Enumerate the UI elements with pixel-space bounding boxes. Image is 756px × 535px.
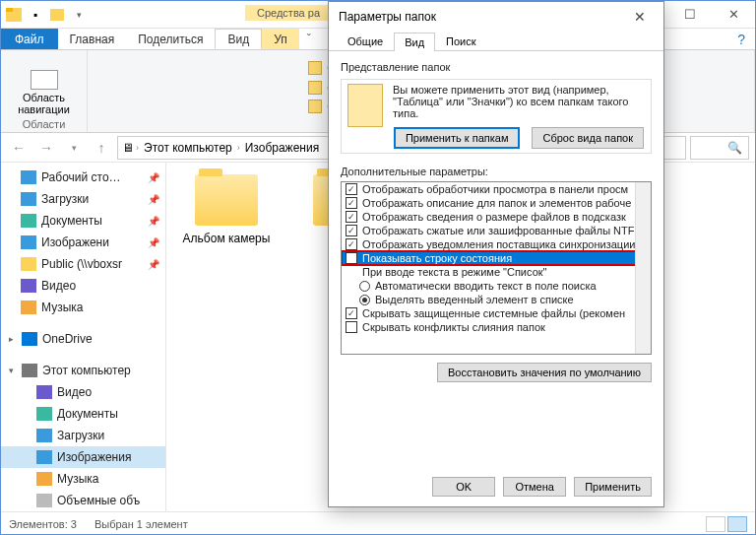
tree-item[interactable]: Документы📌 — [1, 210, 165, 232]
tree-item-icon — [36, 385, 52, 399]
checkbox[interactable]: ✓ — [346, 197, 357, 209]
maximize-button[interactable]: ☐ — [668, 1, 712, 29]
apply-to-folders-button[interactable]: Применить к папкам — [394, 127, 521, 149]
tree-item-icon — [36, 450, 52, 464]
tree-item[interactable]: Загрузки — [1, 425, 165, 446]
tree-item[interactable]: Рабочий сто…📌 — [1, 167, 165, 188]
tree-item-icon — [21, 192, 36, 206]
tree-item[interactable]: Музыка — [1, 468, 165, 490]
details-view-button[interactable] — [706, 516, 725, 532]
advanced-settings-title: Дополнительные параметры: — [341, 166, 652, 177]
tree-item-label: Изображени — [41, 235, 109, 249]
tree-item[interactable]: ▸OneDrive — [1, 328, 165, 350]
tree-item[interactable]: Загрузки📌 — [1, 188, 165, 210]
folder-views-text: Вы можете применить этот вид (например, … — [393, 84, 645, 119]
folder-views-group: Вы можете применить этот вид (например, … — [341, 79, 652, 154]
dialog-tab-view[interactable]: Вид — [394, 33, 435, 51]
tree-item[interactable]: Документы — [1, 403, 165, 425]
folder-label: Альбом камеры — [183, 232, 271, 245]
chevron-right-icon: › — [136, 143, 139, 153]
radio[interactable] — [359, 281, 370, 292]
checkbox[interactable]: ✓ — [346, 183, 357, 195]
advanced-setting-row[interactable]: ✓Отображать обработчики просмотра в пане… — [342, 182, 651, 196]
status-item-count: Элементов: 3 — [9, 518, 77, 530]
tree-item[interactable]: Объемные объ — [1, 490, 165, 511]
dialog-tab-search[interactable]: Поиск — [435, 32, 486, 50]
tree-item-label: Загрузки — [57, 429, 104, 442]
advanced-setting-row[interactable]: ✓Отображать описание для папок и элемент… — [342, 196, 651, 210]
tree-item-icon — [36, 407, 52, 421]
tree-item[interactable]: Изображения — [1, 446, 165, 468]
reset-folders-button[interactable]: Сброс вида папок — [532, 127, 644, 149]
cancel-button[interactable]: Отмена — [503, 477, 566, 497]
tree-item[interactable]: Public (\\vboxsr📌 — [1, 253, 165, 275]
layout-icon — [308, 100, 322, 113]
recent-dropdown[interactable]: ▾ — [62, 136, 86, 160]
tree-item[interactable]: Изображени📌 — [1, 232, 165, 253]
tab-file[interactable]: Файл — [1, 29, 58, 49]
advanced-setting-row[interactable]: При вводе текста в режиме "Список" — [342, 265, 651, 279]
forward-button[interactable]: → — [34, 136, 58, 160]
checkbox[interactable]: ✓ — [346, 238, 357, 250]
advanced-setting-row[interactable]: ✓Скрывать защищенные системные файлы (ре… — [342, 306, 651, 320]
checkbox[interactable] — [346, 321, 357, 333]
advanced-setting-row[interactable]: Выделять введенный элемент в списке — [342, 293, 651, 306]
back-button[interactable]: ← — [7, 136, 31, 160]
qat-properties-icon[interactable]: ▪ — [27, 6, 44, 24]
tree-item-label: Музыка — [57, 472, 98, 486]
chevron-icon[interactable]: ▾ — [9, 366, 17, 375]
advanced-settings-list[interactable]: ✓Отображать обработчики просмотра в пане… — [341, 181, 652, 355]
folder-item[interactable]: Альбом камеры — [182, 174, 271, 245]
tree-item-icon — [21, 279, 36, 293]
layout-icon — [308, 61, 322, 75]
checkbox[interactable]: ✓ — [346, 307, 357, 319]
dialog-close-button[interactable]: ✕ — [626, 9, 654, 25]
search-input[interactable]: 🔍 — [690, 136, 749, 160]
advanced-setting-row[interactable]: ✓Отображать уведомления поставщика синхр… — [342, 237, 651, 251]
qat-new-folder-icon[interactable] — [48, 6, 66, 24]
advanced-setting-row[interactable]: ✓Отображать сжатые или зашифрованные фай… — [342, 224, 651, 237]
tab-share[interactable]: Поделиться — [126, 29, 215, 49]
advanced-setting-row[interactable]: Показывать строку состояния — [342, 251, 651, 265]
help-icon[interactable]: ? — [727, 29, 755, 49]
radio[interactable] — [359, 295, 370, 305]
tree-item[interactable]: Видео — [1, 275, 165, 297]
navigation-tree: Рабочий сто…📌Загрузки📌Документы📌Изображе… — [1, 163, 166, 511]
tree-item[interactable]: Видео — [1, 381, 165, 403]
restore-defaults-button[interactable]: Восстановить значения по умолчанию — [437, 363, 652, 382]
apply-button[interactable]: Применить — [574, 477, 652, 497]
navigation-pane-button[interactable]: Область навигации — [9, 70, 79, 115]
advanced-setting-row[interactable]: Скрывать конфликты слияния папок — [342, 320, 651, 334]
setting-label: Отображать описание для папок и элементо… — [362, 197, 631, 209]
dialog-footer: OK Отмена Применить — [329, 467, 663, 506]
advanced-setting-row[interactable]: ✓Отображать сведения о размере файлов в … — [342, 210, 651, 224]
tab-view[interactable]: Вид — [215, 29, 262, 49]
close-button[interactable]: ✕ — [712, 1, 755, 29]
chevron-icon[interactable]: ▸ — [9, 334, 17, 344]
scrollbar[interactable] — [635, 182, 651, 354]
tree-item-label: Видео — [41, 279, 76, 293]
tree-item-label: Объемные объ — [57, 494, 140, 507]
pin-icon: 📌 — [148, 216, 159, 227]
ok-button[interactable]: OK — [432, 477, 495, 497]
checkbox[interactable] — [346, 252, 357, 264]
ribbon-collapse-icon[interactable]: ˇ — [299, 29, 319, 49]
tab-home[interactable]: Главная — [58, 29, 127, 49]
setting-label: Отображать уведомления поставщика синхро… — [362, 238, 635, 250]
dialog-tab-general[interactable]: Общие — [337, 32, 394, 50]
tree-item-icon — [36, 472, 52, 486]
crumb-pc[interactable]: Этот компьютер — [141, 141, 235, 155]
tree-item[interactable]: Музыка — [1, 297, 165, 318]
advanced-setting-row[interactable]: Автоматически вводить текст в поле поиск… — [342, 279, 651, 293]
checkbox[interactable]: ✓ — [346, 225, 357, 236]
tree-item[interactable]: ▾Этот компьютер — [1, 360, 165, 381]
view-mode-buttons — [706, 516, 747, 532]
checkbox[interactable]: ✓ — [346, 211, 357, 223]
tab-manage[interactable]: Уп — [262, 29, 299, 49]
qat-dropdown-icon[interactable]: ▾ — [70, 6, 88, 24]
setting-label: Выделять введенный элемент в списке — [375, 294, 574, 305]
tree-item-label: Рабочий сто… — [41, 170, 121, 184]
icons-view-button[interactable] — [727, 516, 747, 532]
up-button[interactable]: ↑ — [90, 136, 113, 160]
crumb-pictures[interactable]: Изображения — [242, 141, 322, 155]
